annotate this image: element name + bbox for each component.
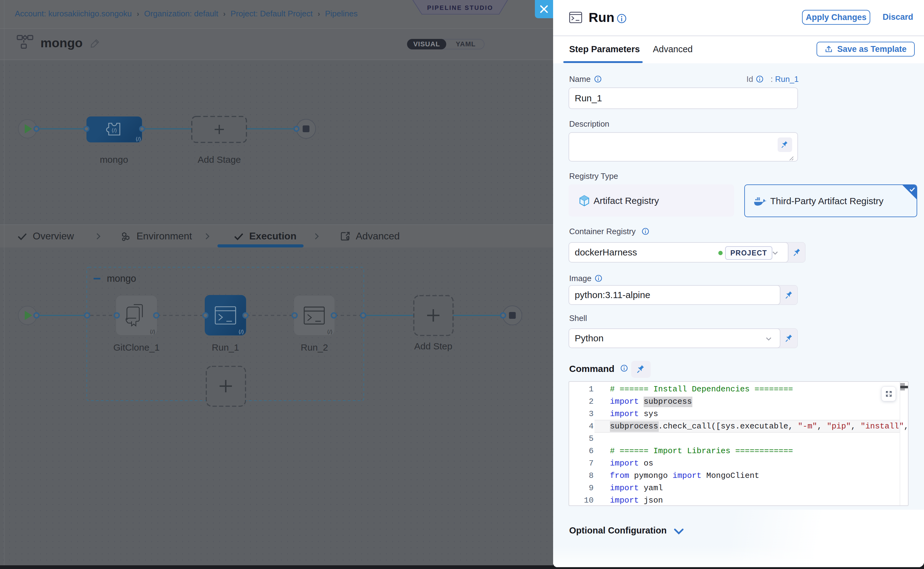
svg-text:⟨/⟩: ⟨/⟩ — [111, 128, 117, 134]
svg-text:⟨/⟩: ⟨/⟩ — [135, 136, 141, 142]
svg-text:⟨/⟩: ⟨/⟩ — [239, 329, 244, 335]
svg-text:Run_1: Run_1 — [212, 342, 239, 353]
svg-text:⟨/⟩: ⟨/⟩ — [150, 329, 155, 335]
svg-text:Add Stage: Add Stage — [198, 154, 241, 165]
svg-text:Add Step: Add Step — [414, 341, 452, 351]
svg-text:⟨/⟩: ⟨/⟩ — [327, 329, 333, 335]
svg-text:mongo: mongo — [100, 154, 128, 165]
svg-text:Run_2: Run_2 — [301, 342, 328, 353]
svg-text:GitClone_1: GitClone_1 — [113, 342, 160, 353]
svg-text:mongo: mongo — [107, 273, 136, 284]
svg-text:PIPELINE STUDIO: PIPELINE STUDIO — [427, 4, 493, 11]
